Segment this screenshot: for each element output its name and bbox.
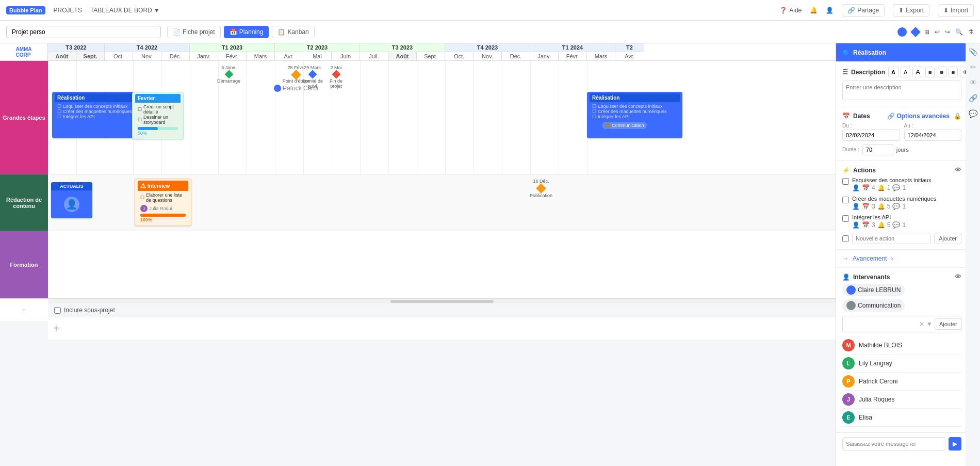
person-julia[interactable]: J Julia Roques <box>842 391 961 409</box>
month-avr: Avr. <box>275 52 303 60</box>
description-input[interactable] <box>842 81 961 100</box>
align-left-btn[interactable]: ≡ <box>925 67 935 77</box>
tab-fiche[interactable]: 📄 Fiche projet <box>167 26 221 38</box>
intervenants-section: 👤 Intervenants 👁 Claire LEBRUN Communica… <box>836 268 980 432</box>
tab-kanban[interactable]: 📋 Kanban <box>272 26 314 38</box>
desc-icon: ☰ <box>842 69 848 76</box>
right-panel: 🔷 Réalisation ✕ 📎 ✏ 👁 🔗 💬 ☰ Description … <box>836 43 980 466</box>
search-icon[interactable]: 🔍 <box>955 28 963 36</box>
italic-btn[interactable]: A <box>901 67 910 77</box>
month-juin: Juin <box>332 52 360 60</box>
align-center-btn[interactable]: ≡ <box>937 67 946 77</box>
message-input[interactable] <box>842 437 945 451</box>
topbar-right: ❓ Aide 🔔 👤 🔗 Partage ⬆ Export ⬇ Import <box>779 4 974 17</box>
task-elaborer: Elaborer une liste de questions <box>140 192 186 203</box>
redo-icon[interactable]: ↪ <box>945 28 950 36</box>
task-dessiner: Dessiner un storyboard <box>138 115 178 125</box>
avancement-row[interactable]: → Avancement › <box>842 255 961 262</box>
new-action-input[interactable] <box>852 233 931 244</box>
actions-visibility-icon[interactable]: 👁 <box>955 166 961 174</box>
topbar: Bubble Plan PROJETS TABLEAUX DE BORD ▼ ❓… <box>0 0 980 21</box>
edit-icon[interactable]: ✏ <box>970 63 976 71</box>
add-group-btn[interactable]: + <box>48 317 836 340</box>
aide-link[interactable]: ❓ Aide <box>779 7 802 14</box>
tab-planning[interactable]: 📅 Planning <box>224 26 269 38</box>
action-check-2[interactable] <box>842 197 849 203</box>
row-label-header: AMMACORP <box>0 43 48 60</box>
duree-input[interactable] <box>862 144 893 155</box>
add-intervenant-btn[interactable]: Ajouter <box>935 318 962 330</box>
au-input[interactable] <box>904 130 962 141</box>
milestone-publication[interactable]: 16 Déc. Publication <box>530 179 552 198</box>
search-dropdown-icon[interactable]: ▼ <box>926 320 933 328</box>
include-checkbox[interactable] <box>54 307 61 314</box>
import-btn[interactable]: ⬇ Import <box>938 4 974 17</box>
bar-realisation-1[interactable]: Réalisation Esquisser des concepts initi… <box>52 92 145 138</box>
scrollbar-area[interactable] <box>48 298 836 303</box>
person-mathilde[interactable]: M Mathilde BLOIS <box>842 336 961 355</box>
row-label-grandes[interactable]: Grandes étapes <box>0 61 48 174</box>
clip-icon[interactable]: 📎 <box>969 47 977 56</box>
avatar-elisa: E <box>842 411 855 424</box>
nav-tableaux[interactable]: TABLEAUX DE BORD ▼ <box>90 7 160 14</box>
action-check-3[interactable] <box>842 215 849 222</box>
task-esquisser: Esquisser des concepts initiaux <box>57 104 140 109</box>
bar-actualis[interactable]: ACTUALIS 👤 <box>51 182 92 218</box>
timeline-header: AMMACORP T3 2022 T4 2022 T1 2023 T2 2023… <box>0 43 836 61</box>
add-row-btn[interactable]: + <box>0 298 48 321</box>
avatar-julia: J <box>140 205 148 212</box>
search-intervenant-row: ✕ ▼ Ajouter <box>842 316 961 332</box>
du-label: Du : <box>842 123 900 128</box>
avatar-julia-r: J <box>842 393 855 406</box>
milestone-comite[interactable]: 29 Mars Comité desuivi <box>302 65 323 89</box>
partage-btn[interactable]: 🔗 Partage <box>842 4 885 17</box>
chain-icon[interactable]: 🔗 <box>969 94 977 102</box>
bold-btn[interactable]: A <box>888 67 899 77</box>
row-label-redaction[interactable]: Rédaction de contenu <box>0 174 48 231</box>
table-icon[interactable]: ⊞ <box>924 28 929 36</box>
search-intervenant-input[interactable] <box>846 321 917 327</box>
bar-fevrier[interactable]: Fevrier Créer un script détaillé Dessine… <box>132 92 184 139</box>
add-action-btn[interactable]: Ajouter <box>934 233 961 244</box>
bar-realisation-2[interactable]: Réalisation Esquisser des concepts initi… <box>587 92 682 138</box>
person-lily[interactable]: L Lily Langray <box>842 355 961 373</box>
panel-header-icon: 🔷 <box>842 49 850 56</box>
actions-icon: ⚡ <box>842 167 850 174</box>
du-input[interactable] <box>842 130 900 141</box>
include-sous-projet-row[interactable]: Inclure sous-projet <box>48 303 836 317</box>
person-patrick[interactable]: P Patrick Ceroni <box>842 373 961 391</box>
month-aout: Août <box>48 52 76 60</box>
filter-icon[interactable]: ⚗ <box>968 28 974 36</box>
notifications-icon[interactable]: 🔔 <box>810 7 818 14</box>
chat-icon[interactable]: 💬 <box>969 109 977 118</box>
row-label-formation[interactable]: Formation <box>0 231 48 298</box>
options-avancees-link[interactable]: 🔗 Options avancées <box>887 113 950 120</box>
bar-title-realisation-2: Réalisation <box>590 93 680 102</box>
milestone-demarrage[interactable]: 5 Janv. Démarrage <box>217 65 240 84</box>
action-check-1[interactable] <box>842 178 849 185</box>
align-right-btn[interactable]: ≡ <box>949 67 958 77</box>
profile-icon[interactable]: 👤 <box>826 7 834 14</box>
eye-icon[interactable]: 👁 <box>970 78 977 87</box>
send-btn[interactable]: ▶ <box>949 437 961 451</box>
new-action-check[interactable] <box>842 235 849 242</box>
clear-search-icon[interactable]: ✕ <box>919 320 924 328</box>
month-sept2: Sept. <box>417 52 445 60</box>
gantt-row-formation <box>48 231 836 298</box>
bar-interview[interactable]: ⚠ Interview Elaborer une liste de questi… <box>135 179 191 226</box>
person-elisa[interactable]: E Elisa <box>842 409 961 427</box>
export-btn[interactable]: ⬆ Export <box>893 4 929 17</box>
intervenants-visibility-icon[interactable]: 👁 <box>955 273 961 281</box>
nav-projets[interactable]: PROJETS <box>54 7 82 14</box>
description-section: ☰ Description A A A ≡ ≡ ≡ 👁 <box>836 61 980 107</box>
large-btn[interactable]: A <box>912 67 923 77</box>
progress-fevrier <box>138 127 178 130</box>
message-input-row: ▶ <box>836 432 980 455</box>
action-meta-3: 👤 📅 3 🔔 5 💬 1 <box>852 221 906 229</box>
description-title: ☰ Description A A A ≡ ≡ ≡ 👁 <box>842 67 961 77</box>
milestone-fin[interactable]: 2 Mai Fin deprojet <box>330 65 342 89</box>
person-icon: 👤 <box>842 274 850 281</box>
search-input[interactable] <box>6 26 161 38</box>
undo-icon[interactable]: ↩ <box>935 28 940 36</box>
unlink-icon[interactable]: 🔒 <box>954 113 961 120</box>
